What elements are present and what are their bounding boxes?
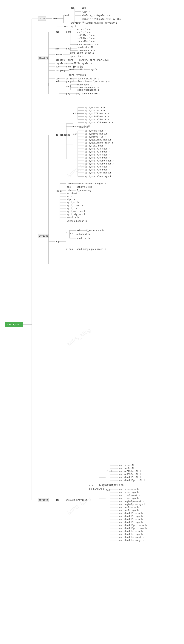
scripts-sharkl5pro-mask-h: sprd,sharkl5pro-mask.h: [117, 524, 147, 527]
include-label: include: [39, 235, 48, 237]
soc-sprd-linux: sprd(整个目录): [76, 186, 93, 188]
uapi-video-label: video: [66, 248, 73, 251]
sprd-sharkl3-mask-h-inc: sprd,sharkl3-mask.h: [85, 148, 110, 150]
dtc-label: dtc: [56, 499, 60, 502]
f-accessory-h-linux: f_accessory.h: [77, 189, 94, 192]
autotest-h-uapi: autotest.h: [76, 233, 90, 236]
clk-sprd: sprd: [66, 31, 72, 33]
phy-sprd-sharkle-c: phy-sprd-sharkle.c: [76, 92, 100, 95]
sprd-roc1-regs-h-inc: sprd,roc1-regs.h: [85, 144, 106, 147]
scripts-roc1-mask-h: sprd,roc1-mask.h: [117, 506, 139, 509]
sprd-sharkl5pro-regs-h-inc: sprd,sharkl5pro-regs.h: [85, 162, 114, 165]
soc-label: soc: [56, 66, 60, 68]
clock-inc-label: clock: [73, 112, 80, 115]
sprd-sharkler-mask-h-inc: sprd,sharkler-mask.h: [85, 172, 111, 174]
scripts-box: scripts: [38, 498, 49, 502]
scripts-roc1-regs-h: sprd,roc1-regs.h: [117, 509, 139, 512]
f-accessory-c-d: f_accessory.c: [92, 80, 110, 83]
ip-dtb-label: dt-bindings: [89, 488, 104, 490]
f-accessory-h-uapi: f_accessory.h: [86, 229, 104, 232]
sprd-orca-mask-h-inc: sprd,orca-mask.h: [85, 130, 106, 132]
usb-label-d: usb: [56, 80, 60, 83]
scripts-sharkler-regs-h: sprd,sharkler-regs.h: [117, 539, 144, 542]
kd-h-inc: kd.h: [67, 195, 72, 198]
dim2-label: dim2: [79, 68, 85, 71]
sprd-sharkl5pro-mask-h-inc: sprd,sharkl5pro-mask.h: [85, 160, 114, 162]
autotest-h-inc: autotest.h: [67, 192, 80, 195]
arch-label: arch: [39, 18, 45, 20]
scripts-qogim6pro-regs-h: sprd,qogim6pro-regs.h: [117, 503, 145, 506]
sprd-cp-h-inc: sprd_cp.h: [67, 201, 79, 204]
sipc-h-inc: sipc.h: [67, 198, 75, 201]
nvmem-label: nvmem: [56, 53, 62, 56]
roc1-clk-c: roc1-clk.c: [77, 31, 91, 34]
scripts-orca-mask-h: sprd,orca-mask.h: [117, 488, 139, 491]
scripts-clock-label: clock: [106, 470, 113, 473]
sharkl5-clk-c: sharkl5-clk.c: [77, 40, 95, 43]
tree-container: MIPS_Ming MIPS_Ming MIPS_Ming 8541E_root…: [0, 0, 184, 644]
dts-label: dts: [70, 7, 75, 9]
soc-inc-label: soc: [73, 133, 77, 136]
sprd-cache-efuse-c: sprd_cache_efuse.c: [70, 52, 94, 54]
sc9832e-clk-c: sc9832e-clk.c: [77, 37, 95, 40]
scripts-soc-label: soc: [106, 489, 110, 492]
scripts-orca-clk-h: sprd,orca-clk.h: [117, 464, 137, 467]
scripts-sharkl5-clk-h: sprd,sharkl5-clk.h: [117, 476, 141, 479]
arm-label: arm: [53, 18, 57, 20]
sprd-sip-svc-h-inc: sprd_sip_svc.h: [67, 213, 86, 216]
sprd-sharkle-mask-h-inc: sprd,sharkle-mask.h: [85, 166, 110, 168]
configs-label: configs: [70, 22, 80, 24]
sprd-sharkler-regs-h-inc: sprd,sharkler-regs.h: [85, 175, 111, 178]
sprd-sharkle-regs-h-inc: sprd,sharkle-regs.h: [85, 168, 110, 171]
include-prefixes-label: include-prefixes: [66, 499, 87, 502]
scripts-roc1-clk-h: sprd,roc1-clk.h: [117, 467, 137, 470]
musb-sprd-c: musb_sprd.c: [77, 84, 92, 86]
pinctrl-sprd: sprd: [68, 59, 73, 62]
arch-box: arch: [38, 16, 46, 20]
scripts-sc9832e-clk-h: sprd,sc9832e-clk.h: [117, 473, 141, 476]
pinctrl-label: pinctrl: [56, 59, 65, 62]
sc7731e-clk-c: sc7731e-clk.c: [77, 34, 95, 37]
sprd-serial-ex-c: sprd_serial_ex.c: [78, 78, 99, 80]
sprd-sc7731e-clk-h-inc: sprd,sc7731e-clk.h: [85, 112, 109, 115]
staging-sprd: sprd(整个目录): [69, 74, 86, 76]
pinctrl-sharkle: pinctrl-sprd-sharkle.c: [79, 59, 108, 62]
sprd-sharkl5-mask-h-inc: sprd,sharkl5-mask.h: [85, 154, 110, 156]
include-box: include: [38, 234, 49, 238]
sprd-orca-clk-h-inc: sprd,orca-clk.h: [85, 106, 105, 109]
mach-sprd: mach_sprd: [64, 25, 76, 28]
wakeup-reason-h-inc: wakeup_reason.h: [67, 220, 87, 222]
configs-val: sprd_sharkle_defconfig: [87, 22, 117, 24]
root-label: 8541E_root: [7, 324, 21, 326]
uapi-label: uapi: [56, 240, 61, 243]
dts-overlay: si8541e_1h10-gofu-overlay.dts: [82, 18, 121, 20]
soc-linux-label: soc: [67, 186, 71, 188]
sprd-musbhsdma-h: sprd_musbhsdma.h: [77, 89, 99, 92]
sprd-pike2-reg-h-inc: sprd,pike2-reg.h: [85, 136, 106, 138]
scripts-sharkl5-mask-h: sprd,sharkl5-mask.h: [117, 518, 143, 521]
drivers-box: drivers: [38, 56, 49, 60]
scripts-sharkl3-regs-h: sprd,sharkl3-regs.h: [117, 515, 143, 518]
sharkl5pro-clk-c: sharkl5pro-clk.c: [77, 44, 99, 46]
sprd-sharkl5pro-clk-h-inc: sprd,sharkl5pro-clk.h: [85, 122, 113, 124]
scripts-sharkle-regs-h: sprd,sharkle-regs.h: [117, 533, 143, 536]
function-label: function: [78, 80, 89, 83]
sprd-roc1-clk-h-inc: sprd,roc1-clk.h: [85, 110, 105, 112]
watermark2: MIPS_Ming: [66, 327, 92, 347]
scripts-sharkler-mask-h: sprd,sharkler-mask.h: [117, 536, 144, 539]
tty-label: tty: [56, 78, 60, 80]
sc2721-regulator-c: sc2721-regulator.c: [71, 62, 95, 65]
sprd-qogim6pro-mask-h-inc: sprd,qogim6pro-mask.h: [85, 142, 113, 144]
most-label: most: [69, 68, 74, 71]
phy-label: phy: [66, 92, 70, 95]
scripts-pike-regs-h: sprd,pike-regs.h: [117, 497, 139, 500]
scripts-qogim6po-mask-h: sprd,qogim6po-mask.h: [117, 500, 144, 503]
clk-label: clk: [56, 31, 60, 33]
orca-clk-c: orca-clk.c: [77, 28, 91, 31]
boot-label: boot: [64, 14, 69, 17]
musb-label: musb: [66, 85, 72, 88]
soc-sprd: sprd(整个目录): [66, 66, 83, 68]
regulator-label: regulator: [56, 62, 68, 65]
sprd-sharkl5-clk-h-inc: sprd,sharkl5-clk.h: [85, 118, 109, 121]
mmc-label: mmc: [56, 48, 60, 50]
